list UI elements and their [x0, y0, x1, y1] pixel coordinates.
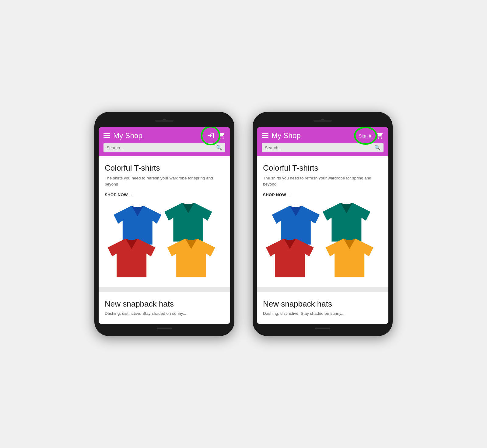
cart-btn-left[interactable]	[218, 132, 225, 139]
home-button-right[interactable]	[315, 328, 330, 329]
tshirts-svg-right	[263, 202, 382, 287]
phone-screen-left: My Shop	[99, 127, 230, 324]
phone-top-bar-right	[257, 117, 388, 124]
tshirts-svg-left	[105, 202, 224, 287]
section-divider-right	[257, 287, 388, 292]
page-wrapper: My Shop	[94, 112, 393, 336]
phone-bottom-bar-left	[99, 328, 230, 329]
signin-arrow-icon-left	[207, 132, 214, 139]
section-divider-left	[99, 287, 230, 292]
hamburger-icon-right[interactable]	[262, 133, 268, 138]
tshirts-image-right	[263, 202, 382, 287]
phone-bottom-bar-right	[257, 328, 388, 329]
signin-text-wrapper: Sign in	[359, 133, 373, 138]
hero-subtitle-left: The shirts you need to refresh your ward…	[105, 175, 224, 188]
cart-btn-right[interactable]	[376, 132, 384, 139]
next-title-right: New snapback hats	[263, 299, 382, 309]
tshirts-image-left	[105, 202, 224, 287]
phone-screen-right: My Shop Sign in	[257, 127, 388, 324]
app-content-right: Colorful T-shirts The shirts you need to…	[257, 156, 388, 324]
next-title-left: New snapback hats	[105, 299, 224, 309]
phone-left: My Shop	[94, 112, 234, 336]
hero-section-right: Colorful T-shirts The shirts you need to…	[257, 156, 388, 287]
search-row-left: 🔍	[103, 143, 225, 152]
header-icons-left	[207, 132, 225, 139]
shop-title-right: My Shop	[272, 131, 356, 140]
phone-right: My Shop Sign in	[253, 112, 393, 336]
search-input-left[interactable]	[107, 145, 214, 150]
search-icon-right[interactable]: 🔍	[374, 145, 380, 151]
hero-section-left: Colorful T-shirts The shirts you need to…	[99, 156, 230, 287]
phone-top-bar-left	[99, 117, 230, 124]
app-content-left: Colorful T-shirts The shirts you need to…	[99, 156, 230, 324]
next-subtitle-right: Dashing, distinctive. Stay shaded on sun…	[263, 311, 382, 317]
hero-title-left: Colorful T-shirts	[105, 163, 224, 173]
cart-icon-right	[376, 132, 384, 139]
hero-title-right: Colorful T-shirts	[263, 163, 382, 173]
search-row-right: 🔍	[262, 143, 384, 152]
signin-arrow-btn-left[interactable]	[207, 132, 214, 139]
header-row-left: My Shop	[103, 131, 225, 140]
header-row-right: My Shop Sign in	[262, 131, 384, 140]
header-icons-right: Sign in	[359, 132, 384, 139]
next-section-left: New snapback hats Dashing, distinctive. …	[99, 292, 230, 324]
app-header-left: My Shop	[99, 127, 230, 156]
next-subtitle-left: Dashing, distinctive. Stay shaded on sun…	[105, 311, 224, 317]
next-section-right: New snapback hats Dashing, distinctive. …	[257, 292, 388, 324]
search-icon-left[interactable]: 🔍	[216, 145, 222, 151]
cart-icon-left	[218, 132, 225, 139]
shop-now-btn-left[interactable]: SHOP NOW →	[105, 193, 224, 197]
signin-text-btn-right[interactable]: Sign in	[359, 133, 373, 138]
hero-subtitle-right: The shirts you need to refresh your ward…	[263, 175, 382, 188]
shop-now-btn-right[interactable]: SHOP NOW →	[263, 193, 382, 197]
hamburger-icon-left[interactable]	[103, 133, 110, 138]
home-button-left[interactable]	[157, 328, 172, 329]
shop-title-left: My Shop	[113, 131, 204, 140]
search-input-right[interactable]	[265, 145, 372, 150]
speaker-left	[155, 120, 173, 122]
speaker-right	[314, 120, 332, 122]
app-header-right: My Shop Sign in	[257, 127, 388, 156]
